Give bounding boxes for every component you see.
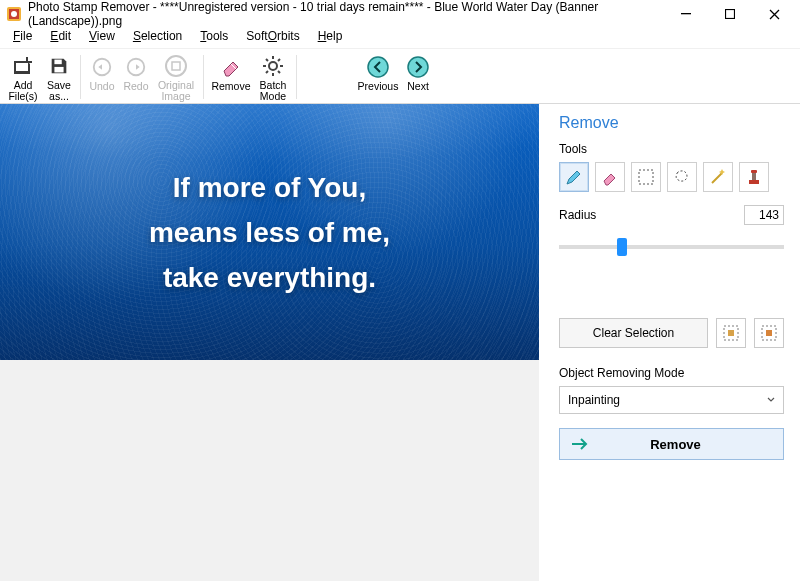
image-text-line: If more of You, — [0, 166, 539, 211]
batch-mode-button[interactable]: Batch Mode — [254, 51, 292, 103]
menu-view[interactable]: View — [82, 28, 122, 48]
redo-icon — [122, 53, 150, 81]
app-icon — [6, 6, 22, 22]
minimize-button[interactable] — [664, 0, 708, 28]
title-bar: Photo Stamp Remover - ****Unregistered v… — [0, 0, 800, 28]
previous-icon — [364, 53, 392, 81]
svg-rect-4 — [726, 10, 735, 19]
tool-lasso-select[interactable] — [667, 162, 697, 192]
gear-icon — [259, 53, 287, 80]
chevron-down-icon — [767, 396, 775, 404]
previous-button[interactable]: Previous — [355, 51, 401, 103]
svg-point-13 — [368, 57, 388, 77]
radius-slider-thumb[interactable] — [617, 238, 627, 256]
image-text-line: take everything. — [0, 256, 539, 301]
original-image-icon — [162, 53, 190, 80]
original-image-label: Original Image — [153, 80, 199, 103]
svg-rect-5 — [16, 63, 28, 71]
radius-input[interactable] — [744, 205, 784, 225]
save-as-button[interactable]: Save as... — [42, 51, 76, 103]
image-overlay-text: If more of You, means less of me, take e… — [0, 166, 539, 300]
svg-point-14 — [408, 57, 428, 77]
svg-rect-22 — [766, 330, 772, 336]
save-icon — [45, 53, 73, 80]
undo-label: Undo — [89, 81, 114, 93]
save-as-label: Save as... — [42, 80, 76, 103]
close-button[interactable] — [752, 0, 796, 28]
undo-button[interactable]: Undo — [85, 51, 119, 103]
clear-selection-button[interactable]: Clear Selection — [559, 318, 708, 348]
svg-rect-20 — [728, 330, 734, 336]
mode-select[interactable]: Inpainting — [559, 386, 784, 414]
mode-label: Object Removing Mode — [559, 366, 784, 380]
tool-eraser[interactable] — [595, 162, 625, 192]
maximize-button[interactable] — [708, 0, 752, 28]
svg-point-12 — [269, 62, 277, 70]
menu-file[interactable]: File — [6, 28, 39, 48]
original-image-button[interactable]: Original Image — [153, 51, 199, 103]
canvas-empty-area — [0, 360, 539, 581]
tool-rectangle-select[interactable] — [631, 162, 661, 192]
workspace: If more of You, means less of me, take e… — [0, 104, 800, 581]
radius-label: Radius — [559, 208, 596, 222]
remove-button-label: Remove — [568, 437, 783, 452]
color-select-button[interactable] — [754, 318, 784, 348]
add-files-label: Add File(s) — [4, 80, 42, 103]
panel-heading: Remove — [559, 114, 784, 132]
canvas-image[interactable]: If more of You, means less of me, take e… — [0, 104, 539, 360]
menu-softorbits[interactable]: SoftOrbits — [239, 28, 306, 48]
next-label: Next — [407, 81, 429, 93]
svg-rect-7 — [54, 67, 63, 73]
menu-bar: File Edit View Selection Tools SoftOrbit… — [0, 28, 800, 48]
mode-select-value: Inpainting — [568, 393, 620, 407]
tool-clone-stamp[interactable] — [739, 162, 769, 192]
svg-rect-18 — [751, 170, 757, 173]
svg-rect-15 — [639, 170, 653, 184]
next-button[interactable]: Next — [401, 51, 435, 103]
deselect-button[interactable] — [716, 318, 746, 348]
menu-edit[interactable]: Edit — [43, 28, 78, 48]
toolbar-separator — [203, 55, 204, 99]
undo-icon — [88, 53, 116, 81]
toolbar-separator — [80, 55, 81, 99]
previous-label: Previous — [358, 81, 399, 93]
batch-mode-label: Batch Mode — [254, 80, 292, 103]
menu-help[interactable]: Help — [311, 28, 350, 48]
eraser-icon — [217, 53, 245, 81]
svg-rect-3 — [681, 13, 691, 14]
radius-slider[interactable] — [559, 234, 784, 260]
tool-buttons — [559, 162, 784, 192]
menu-tools[interactable]: Tools — [193, 28, 235, 48]
next-icon — [404, 53, 432, 81]
image-text-line: means less of me, — [0, 211, 539, 256]
add-files-button[interactable]: Add File(s) — [4, 51, 42, 103]
svg-rect-11 — [172, 62, 180, 70]
side-panel: Remove Tools Radius Clear Selection Obje… — [539, 104, 800, 581]
svg-rect-16 — [749, 180, 759, 184]
remove-toolbar-label: Remove — [211, 81, 250, 93]
svg-point-2 — [11, 11, 17, 17]
toolbar: Add File(s) Save as... Undo Redo Origina… — [0, 48, 800, 104]
toolbar-separator — [296, 55, 297, 99]
tool-marker[interactable] — [559, 162, 589, 192]
remove-toolbar-button[interactable]: Remove — [208, 51, 254, 103]
svg-rect-6 — [54, 60, 61, 65]
canvas-area: If more of You, means less of me, take e… — [0, 104, 539, 581]
redo-label: Redo — [123, 81, 148, 93]
window-title: Photo Stamp Remover - ****Unregistered v… — [28, 0, 664, 28]
remove-button[interactable]: Remove — [559, 428, 784, 460]
tools-label: Tools — [559, 142, 784, 156]
window-controls — [664, 0, 796, 28]
tool-magic-wand[interactable] — [703, 162, 733, 192]
menu-selection[interactable]: Selection — [126, 28, 189, 48]
svg-point-10 — [166, 56, 186, 76]
add-files-icon — [9, 53, 37, 80]
redo-button[interactable]: Redo — [119, 51, 153, 103]
